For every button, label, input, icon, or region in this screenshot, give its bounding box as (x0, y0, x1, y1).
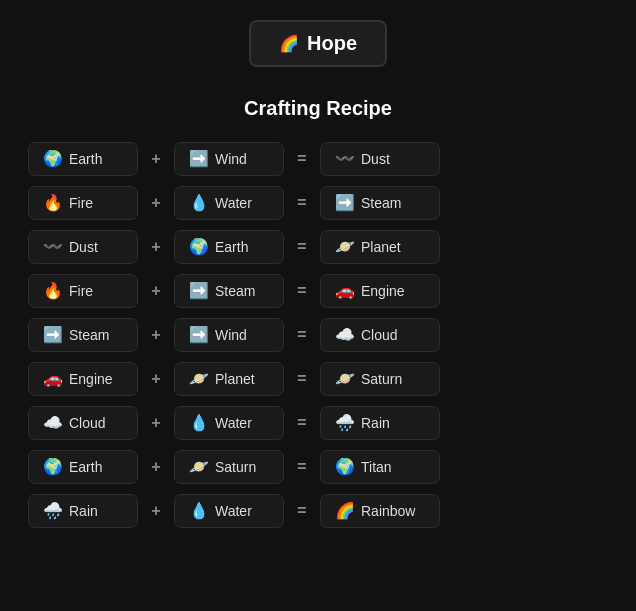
ingredient-b-name: Water (215, 415, 252, 431)
ingredient-a-icon: 〰️ (43, 239, 63, 255)
ingredient-a-name: Earth (69, 151, 102, 167)
ingredient-a-name: Dust (69, 239, 98, 255)
recipe-row: ☁️ Cloud + 💧 Water = 🌧️ Rain (28, 406, 608, 440)
ingredient-a-name: Fire (69, 283, 93, 299)
ingredient-b-icon: 🪐 (189, 459, 209, 475)
ingredient-b-name: Water (215, 195, 252, 211)
plus-operator: + (148, 370, 164, 388)
equals-operator: = (294, 458, 310, 476)
result-element: 🌧️ Rain (320, 406, 440, 440)
ingredient-b: 💧 Water (174, 494, 284, 528)
ingredient-b: 💧 Water (174, 186, 284, 220)
ingredient-b: ➡️ Wind (174, 318, 284, 352)
ingredient-b: 🪐 Planet (174, 362, 284, 396)
result-name: Saturn (361, 371, 402, 387)
result-icon: ☁️ (335, 327, 355, 343)
ingredient-b: 🌍 Earth (174, 230, 284, 264)
ingredient-b-icon: 🌍 (189, 239, 209, 255)
recipe-row: 🌧️ Rain + 💧 Water = 🌈 Rainbow (28, 494, 608, 528)
equals-operator: = (294, 502, 310, 520)
ingredient-b-name: Wind (215, 151, 247, 167)
section-title: Crafting Recipe (244, 97, 392, 120)
ingredient-b-icon: 🪐 (189, 371, 209, 387)
ingredient-b-icon: ➡️ (189, 283, 209, 299)
ingredient-a-name: Steam (69, 327, 109, 343)
result-name: Titan (361, 459, 392, 475)
ingredient-a: 🔥 Fire (28, 186, 138, 220)
equals-operator: = (294, 150, 310, 168)
result-element: ➡️ Steam (320, 186, 440, 220)
ingredient-a-icon: 🔥 (43, 283, 63, 299)
ingredient-a: 🌍 Earth (28, 450, 138, 484)
ingredient-a-name: Engine (69, 371, 113, 387)
ingredient-a-name: Cloud (69, 415, 106, 431)
plus-operator: + (148, 414, 164, 432)
result-element: 🌍 Titan (320, 450, 440, 484)
ingredient-b: ➡️ Steam (174, 274, 284, 308)
result-element: ☁️ Cloud (320, 318, 440, 352)
ingredient-a: 🌧️ Rain (28, 494, 138, 528)
ingredient-a-icon: 🚗 (43, 371, 63, 387)
ingredient-a-icon: 🔥 (43, 195, 63, 211)
recipe-row: 🚗 Engine + 🪐 Planet = 🪐 Saturn (28, 362, 608, 396)
result-element: 🚗 Engine (320, 274, 440, 308)
ingredient-b: ➡️ Wind (174, 142, 284, 176)
ingredient-a-icon: 🌧️ (43, 503, 63, 519)
equals-operator: = (294, 370, 310, 388)
ingredient-a: ☁️ Cloud (28, 406, 138, 440)
ingredient-b: 💧 Water (174, 406, 284, 440)
equals-operator: = (294, 194, 310, 212)
result-name: Dust (361, 151, 390, 167)
plus-operator: + (148, 150, 164, 168)
ingredient-b-name: Planet (215, 371, 255, 387)
app-button-label: Hope (307, 32, 357, 55)
rainbow-icon: 🌈 (279, 36, 299, 52)
ingredient-b-icon: 💧 (189, 503, 209, 519)
equals-operator: = (294, 238, 310, 256)
result-name: Engine (361, 283, 405, 299)
recipe-row: 🌍 Earth + ➡️ Wind = 〰️ Dust (28, 142, 608, 176)
plus-operator: + (148, 238, 164, 256)
result-name: Planet (361, 239, 401, 255)
ingredient-a: ➡️ Steam (28, 318, 138, 352)
result-element: 〰️ Dust (320, 142, 440, 176)
result-name: Rainbow (361, 503, 415, 519)
app-button[interactable]: 🌈 Hope (249, 20, 387, 67)
recipe-row: ➡️ Steam + ➡️ Wind = ☁️ Cloud (28, 318, 608, 352)
recipe-row: 🔥 Fire + ➡️ Steam = 🚗 Engine (28, 274, 608, 308)
plus-operator: + (148, 326, 164, 344)
result-name: Rain (361, 415, 390, 431)
result-name: Cloud (361, 327, 398, 343)
ingredient-b-name: Saturn (215, 459, 256, 475)
result-element: 🌈 Rainbow (320, 494, 440, 528)
result-icon: 🌈 (335, 503, 355, 519)
ingredient-a-name: Fire (69, 195, 93, 211)
result-icon: 〰️ (335, 151, 355, 167)
ingredient-b-icon: 💧 (189, 195, 209, 211)
equals-operator: = (294, 326, 310, 344)
plus-operator: + (148, 194, 164, 212)
ingredient-a: 🔥 Fire (28, 274, 138, 308)
recipes-container: 🌍 Earth + ➡️ Wind = 〰️ Dust 🔥 Fire + 💧 W… (28, 142, 608, 528)
ingredient-b-icon: 💧 (189, 415, 209, 431)
plus-operator: + (148, 282, 164, 300)
result-icon: 🪐 (335, 371, 355, 387)
equals-operator: = (294, 282, 310, 300)
ingredient-a: 〰️ Dust (28, 230, 138, 264)
result-icon: 🌧️ (335, 415, 355, 431)
recipe-row: 🌍 Earth + 🪐 Saturn = 🌍 Titan (28, 450, 608, 484)
ingredient-b-name: Steam (215, 283, 255, 299)
recipe-row: 🔥 Fire + 💧 Water = ➡️ Steam (28, 186, 608, 220)
ingredient-a: 🚗 Engine (28, 362, 138, 396)
plus-operator: + (148, 458, 164, 476)
ingredient-a-icon: 🌍 (43, 151, 63, 167)
ingredient-a-icon: ☁️ (43, 415, 63, 431)
equals-operator: = (294, 414, 310, 432)
ingredient-b-name: Water (215, 503, 252, 519)
ingredient-b-name: Earth (215, 239, 248, 255)
ingredient-b-icon: ➡️ (189, 151, 209, 167)
ingredient-a-name: Rain (69, 503, 98, 519)
ingredient-a-icon: ➡️ (43, 327, 63, 343)
result-element: 🪐 Saturn (320, 362, 440, 396)
ingredient-b: 🪐 Saturn (174, 450, 284, 484)
